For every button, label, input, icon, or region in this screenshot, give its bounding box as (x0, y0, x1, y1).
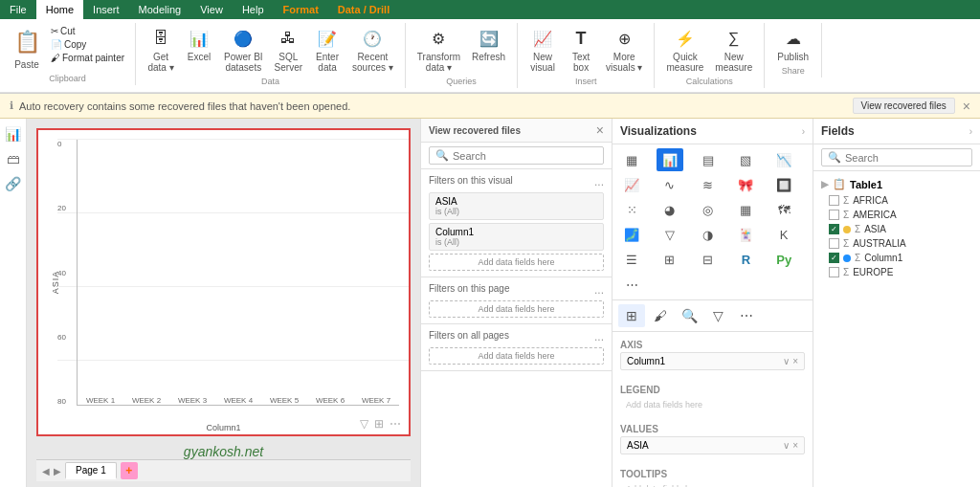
tab-format[interactable]: Format (274, 0, 328, 19)
more-icon[interactable]: ⋯ (390, 417, 401, 431)
info-close-button[interactable]: × (963, 99, 970, 114)
field-africa[interactable]: Σ AFRICA (813, 193, 980, 208)
page-tab-1[interactable]: Page 1 (65, 462, 117, 479)
field-asia-checkbox[interactable]: ✓ (829, 224, 839, 234)
filter-item-column1[interactable]: Column1 is (All) (429, 223, 604, 251)
field-europe[interactable]: Σ EUROPE (813, 265, 980, 279)
paste-button[interactable]: 📋 Paste (8, 25, 46, 72)
fields-table1-header[interactable]: ▶ 📋 Table1 (813, 175, 980, 193)
viz-card[interactable]: 🃏 (732, 223, 759, 246)
viz-python[interactable]: Py (770, 248, 797, 271)
viz-values-field[interactable]: ASIA ∨ × (620, 436, 805, 454)
viz-ribbon[interactable]: 🎀 (732, 173, 759, 196)
field-america-checkbox[interactable] (829, 210, 839, 220)
viz-axis-field[interactable]: Column1 ∨ × (620, 352, 805, 370)
viz-clustered-bar[interactable]: 📊 (657, 148, 683, 171)
filter-add-visual[interactable]: Add data fields here (429, 254, 604, 271)
report-view-icon[interactable]: 📊 (5, 126, 21, 142)
viz-area[interactable]: ∿ (657, 173, 683, 196)
filter-item-asia[interactable]: ASIA is (All) (429, 192, 604, 220)
enter-data-button[interactable]: 📝 Enterdata (310, 25, 345, 75)
viz-more-mode[interactable]: ⋯ (733, 304, 760, 327)
viz-waterfall[interactable]: 🔲 (770, 173, 797, 196)
viz-gauge[interactable]: ◑ (695, 223, 722, 246)
power-bi-button[interactable]: 🔵 Power BIdatasets (220, 25, 267, 75)
viz-axis-remove[interactable]: ∨ × (783, 356, 798, 366)
add-page-button[interactable]: + (121, 462, 138, 479)
field-australia[interactable]: Σ AUSTRALIA (813, 236, 980, 251)
viz-values-remove[interactable]: ∨ × (783, 440, 798, 451)
page-next-arrow[interactable]: ▶ (54, 466, 61, 476)
field-column1-checkbox[interactable]: ✓ (829, 253, 839, 263)
viz-matrix[interactable]: ⊟ (695, 248, 722, 271)
cut-button[interactable]: ✂ Cut (48, 25, 127, 37)
field-asia[interactable]: ✓ Σ ASIA (813, 222, 980, 236)
expand-icon[interactable]: ⊞ (374, 417, 384, 431)
view-recovered-button[interactable]: View recovered files (853, 98, 955, 114)
get-data-button[interactable]: 🗄 Getdata ▾ (144, 25, 178, 75)
field-column1[interactable]: ✓ Σ Column1 (813, 251, 980, 265)
viz-line[interactable]: 📈 (618, 173, 645, 196)
transform-button[interactable]: ⚙ Transformdata ▾ (413, 25, 464, 75)
viz-map[interactable]: 🗺 (770, 198, 797, 221)
publish-button[interactable]: ☁ Publish (773, 25, 813, 64)
field-australia-checkbox[interactable] (829, 238, 839, 249)
field-america[interactable]: Σ AMERICA (813, 208, 980, 222)
chart-canvas[interactable]: ASIA 80 60 40 20 0 WEEK 1 (36, 128, 411, 436)
viz-slicer[interactable]: ☰ (618, 248, 645, 271)
text-box-button[interactable]: T Textbox (564, 25, 598, 75)
tab-insert[interactable]: Insert (83, 0, 129, 19)
viz-stacked-area[interactable]: ≋ (695, 173, 722, 196)
filter-add-all[interactable]: Add data fields here (429, 347, 604, 365)
viz-table[interactable]: ⊞ (657, 248, 683, 271)
data-view-icon[interactable]: 🗃 (7, 151, 20, 166)
viz-format-mode[interactable]: 🖌 (647, 304, 674, 327)
viz-treemap[interactable]: ▦ (732, 198, 759, 221)
viz-panel-expand[interactable]: › (802, 126, 805, 137)
fields-search-input[interactable] (845, 152, 966, 164)
viz-funnel[interactable]: ▽ (657, 223, 683, 246)
model-view-icon[interactable]: 🔗 (5, 176, 21, 191)
viz-donut[interactable]: ◎ (695, 198, 722, 221)
tab-view[interactable]: View (190, 0, 233, 19)
new-measure-button[interactable]: ∑ Newmeasure (711, 25, 756, 75)
filter-visual-dots[interactable]: ... (594, 175, 604, 188)
fields-panel-expand[interactable]: › (969, 126, 972, 137)
filter-page-dots[interactable]: ... (594, 283, 604, 297)
sql-button[interactable]: 🖧 SQLServer (271, 25, 306, 75)
tab-help[interactable]: Help (233, 0, 274, 19)
field-europe-checkbox[interactable] (829, 267, 839, 277)
viz-kpi[interactable]: K (770, 223, 797, 246)
viz-fields-mode[interactable]: ⊞ (618, 304, 645, 327)
tab-file[interactable]: File (0, 0, 36, 19)
page-prev-arrow[interactable]: ◀ (42, 466, 50, 476)
viz-stacked-bar[interactable]: ▦ (618, 148, 645, 171)
viz-scatter[interactable]: ⁙ (618, 198, 645, 221)
filter-icon[interactable]: ▽ (360, 417, 368, 431)
filter-search-input[interactable] (453, 150, 597, 162)
quick-measure-button[interactable]: ⚡ Quickmeasure (662, 25, 707, 75)
excel-button[interactable]: 📊 Excel (182, 25, 216, 64)
viz-filters-mode[interactable]: ▽ (704, 304, 731, 327)
tab-home[interactable]: Home (36, 0, 83, 19)
new-visual-button[interactable]: 📈 Newvisual (525, 25, 560, 75)
viz-clustered-col[interactable]: 📉 (770, 148, 797, 171)
viz-filled-map[interactable]: 🗾 (618, 223, 645, 246)
filter-add-page[interactable]: Add data fields here (429, 300, 604, 318)
viz-pie[interactable]: ◕ (657, 198, 683, 221)
viz-100pct-bar[interactable]: ▤ (695, 148, 722, 171)
field-africa-checkbox[interactable] (829, 195, 839, 206)
more-visuals-button[interactable]: ⊕ Morevisuals ▾ (602, 25, 646, 75)
viz-analytics-mode[interactable]: 🔍 (676, 304, 702, 327)
copy-button[interactable]: 📄 Copy (48, 38, 127, 51)
recent-sources-button[interactable]: 🕐 Recentsources ▾ (348, 25, 397, 75)
viz-more[interactable]: ⋯ (618, 273, 645, 296)
filter-close-icon[interactable]: × (596, 122, 604, 138)
viz-r[interactable]: R (732, 248, 759, 271)
viz-stacked-col[interactable]: ▧ (732, 148, 759, 171)
tab-modeling[interactable]: Modeling (129, 0, 191, 19)
refresh-button[interactable]: 🔄 Refresh (468, 25, 509, 64)
format-painter-button[interactable]: 🖌 Format painter (48, 52, 127, 64)
filter-all-dots[interactable]: ... (594, 330, 604, 343)
tab-data-drill[interactable]: Data / Drill (328, 0, 399, 19)
